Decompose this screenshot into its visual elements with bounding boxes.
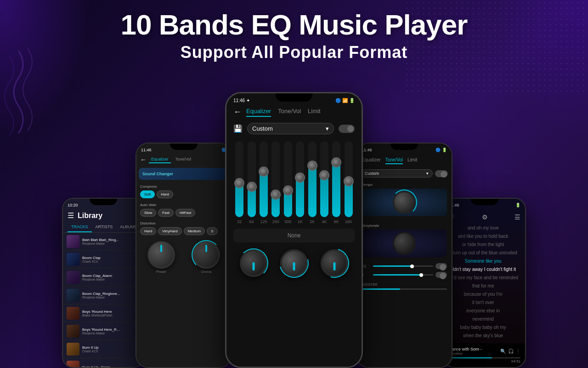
tempo-knob-area: [362, 189, 447, 216]
dropdown-icon: ▾: [426, 171, 429, 176]
phaser-label: Phaser: [147, 270, 175, 273]
eq-slider-toggle[interactable]: [435, 263, 447, 269]
treble-knob-wrap: [321, 249, 348, 279]
distortion-buttons: Hard VeryHard Medium S: [140, 227, 227, 235]
none-label: None: [240, 232, 348, 239]
eq-handle[interactable]: [247, 182, 257, 192]
hard-button[interactable]: Hard: [157, 190, 173, 198]
lyrics-line: nevermind: [448, 315, 518, 323]
distort-medium-button[interactable]: Medium: [184, 227, 205, 235]
tab-equalizer[interactable]: Equalizer: [246, 108, 271, 117]
tone-header: Equalizer Tone/Vol Limit: [357, 154, 452, 168]
eq-knobs-row: [226, 242, 362, 286]
headphone-icon[interactable]: 🎧: [508, 349, 514, 354]
track-artist: Ringtone Maker: [82, 332, 140, 335]
tempo-section: Tempo: [357, 179, 452, 220]
eq-track[interactable]: [260, 141, 268, 217]
tab-tracks[interactable]: TRACKS: [68, 222, 92, 232]
list-item[interactable]: Boom Clap_Ringtone... Ringtone Maker: [63, 287, 144, 305]
tab-tonevol[interactable]: Tone/Vol: [385, 157, 403, 164]
tab-tonevol[interactable]: Tone/Vol: [278, 108, 301, 117]
dropdown-arrow: ▾: [326, 125, 329, 132]
list-item[interactable]: Blah Blah Blah_Ring... Ringtone Maker: [63, 233, 144, 251]
list-item[interactable]: Bum It Up Charli XCX: [63, 340, 144, 358]
tone-preset-dropdown[interactable]: Custom ▾: [361, 169, 433, 178]
eq-handle[interactable]: [295, 172, 305, 183]
eq-track[interactable]: [308, 141, 317, 217]
distort-s-button[interactable]: S: [207, 227, 217, 235]
chorus-knob[interactable]: [192, 241, 220, 269]
back-button[interactable]: ←: [233, 107, 242, 117]
list-item[interactable]: Boys 'Round Here Blake Shelton&Pistol: [63, 305, 144, 322]
phone-main-eq: 11:46 ✦ 🔵 📶 🔋 ← Equalizer Tone/Vol Limit…: [225, 92, 363, 368]
progress-bar[interactable]: [449, 357, 520, 358]
eq-handle[interactable]: [331, 157, 341, 167]
notch: [471, 199, 498, 205]
eq-slider[interactable]: [373, 265, 433, 267]
lyrics-line: when the sky's blue: [448, 332, 518, 340]
mid-knob[interactable]: [280, 249, 308, 277]
eq-track[interactable]: [345, 141, 353, 217]
eq-slider-handle[interactable]: [410, 264, 414, 268]
more-icon[interactable]: ⋮: [516, 349, 520, 354]
lyrics-line: aint like you to hold back: [448, 232, 518, 241]
bass-toggle[interactable]: [435, 272, 447, 278]
eq-handle[interactable]: [344, 176, 354, 186]
eq-track[interactable]: [296, 141, 304, 217]
chorus-label: Chorus: [192, 270, 220, 273]
eq-track[interactable]: [271, 141, 280, 217]
eq-track[interactable]: [248, 141, 256, 217]
hitfast-button[interactable]: HitFast: [175, 209, 195, 217]
eq-handle[interactable]: [259, 167, 269, 177]
tone-toggle[interactable]: [435, 170, 448, 177]
soft-button[interactable]: Soft: [140, 190, 155, 198]
effects-knobs: Phaser Chorus: [136, 237, 231, 277]
tab-limit[interactable]: Limit: [407, 157, 417, 164]
distort-hard-button[interactable]: Hard: [140, 227, 156, 235]
tempo-knob[interactable]: [393, 191, 416, 214]
phaser-knob[interactable]: [147, 241, 175, 269]
lyrics-bottom-bar: Dance with Som··· Houston 🔍 🎧 ⋮ 04:51: [444, 343, 525, 367]
eq-track[interactable]: [332, 141, 340, 217]
booster-slider[interactable]: [362, 288, 447, 290]
lyrics-line: uldn't stay away I couldn't fight it: [448, 265, 518, 274]
eq-fill: [308, 166, 317, 217]
eq-handle[interactable]: [271, 190, 281, 200]
fast-button[interactable]: Fast: [158, 209, 174, 217]
tab-tonevol[interactable]: Tone/Vol: [173, 156, 194, 163]
slow-button[interactable]: Slow: [140, 209, 156, 217]
compress-buttons: Soft Hard: [140, 190, 227, 198]
bass-knob[interactable]: [240, 249, 267, 277]
save-icon[interactable]: 💾: [233, 124, 243, 133]
tab-equalizer[interactable]: Equalizer: [149, 156, 171, 163]
eq-track[interactable]: [320, 141, 328, 217]
eq-fill: [332, 162, 340, 217]
tab-equalizer[interactable]: Equalizer: [362, 157, 381, 164]
list-item[interactable]: Boom Clap_Alarm Ringtone Maker: [63, 269, 144, 287]
preset-dropdown[interactable]: Custom ▾: [247, 123, 334, 134]
simplerate-knob[interactable]: [393, 232, 416, 255]
menu-icon[interactable]: ☰: [68, 211, 74, 220]
treble-knob[interactable]: [321, 249, 348, 277]
eq-track[interactable]: [284, 141, 292, 217]
eq-handle[interactable]: [319, 170, 329, 180]
tab-limit[interactable]: Limit: [308, 108, 320, 117]
distort-veryhard-button[interactable]: VeryHard: [158, 227, 181, 235]
list-item[interactable]: Boys 'Round Here_R... Ringtone Maker: [63, 322, 144, 340]
eq-toggle[interactable]: [339, 125, 355, 133]
eq-handle[interactable]: [307, 161, 317, 171]
tab-artists[interactable]: ARTISTS: [92, 222, 117, 232]
eq-track[interactable]: [235, 141, 243, 217]
list-item[interactable]: Boom Clap Charli XCX: [63, 251, 144, 269]
track-name: Boys 'Round Here: [82, 310, 140, 314]
bass-slider-handle[interactable]: [419, 273, 423, 277]
search-icon[interactable]: 🔍: [500, 349, 506, 354]
bass-slider[interactable]: [373, 274, 433, 276]
list-item[interactable]: Bum It Up_Alarm: [63, 358, 144, 367]
back-button[interactable]: ←: [140, 156, 147, 163]
track-thumbnail: [67, 253, 79, 266]
mid-knob-wrap: [280, 249, 308, 279]
preset-bar: 💾 Custom ▾: [226, 121, 362, 137]
eq-handle[interactable]: [234, 178, 244, 188]
eq-handle[interactable]: [283, 185, 293, 196]
